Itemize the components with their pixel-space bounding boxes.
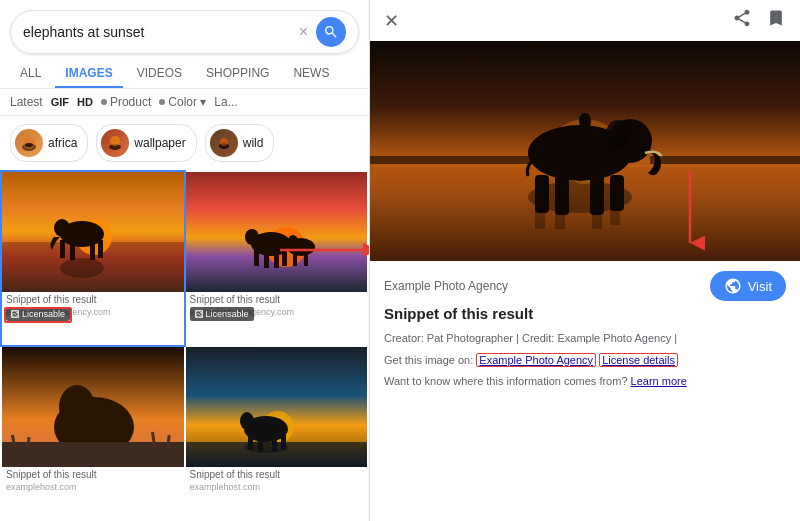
grid-image-4-svg (186, 347, 368, 467)
filter-latest[interactable]: Latest (10, 95, 43, 109)
chip-africa-label: africa (48, 136, 77, 150)
svg-point-26 (245, 229, 259, 245)
grid-image-2-svg (186, 172, 368, 292)
svg-line-18 (14, 313, 16, 315)
learn-more-link[interactable]: Learn more (631, 375, 687, 387)
image-icon-2 (195, 310, 203, 318)
chip-wild[interactable]: wild (205, 124, 275, 162)
image-grid: Licensable Snippet of this result exampl… (0, 170, 369, 521)
svg-point-72 (528, 181, 632, 213)
svg-rect-10 (60, 240, 65, 258)
meta-line-1: Creator: Pat Photographer | Credit: Exam… (384, 330, 786, 348)
svg-rect-78 (650, 156, 800, 164)
grid-item-2[interactable]: Licensable Snippet of this result exampl… (186, 172, 368, 345)
search-icon (323, 24, 339, 40)
agency-name: Example Photo Agency (384, 279, 508, 293)
right-top-bar: ✕ (370, 0, 800, 41)
globe-icon (724, 277, 742, 295)
share-svg-icon (732, 8, 752, 28)
filter-gif[interactable]: GIF (51, 96, 69, 108)
color-dot-icon (159, 99, 165, 105)
chip-wallpaper[interactable]: wallpaper (96, 124, 196, 162)
svg-rect-11 (70, 240, 75, 260)
svg-rect-28 (293, 252, 297, 266)
svg-rect-22 (254, 250, 259, 266)
svg-rect-77 (370, 156, 530, 164)
filter-color[interactable]: Color ▾ (159, 95, 206, 109)
grid-item-1[interactable]: Licensable Snippet of this result exampl… (2, 172, 184, 345)
svg-rect-76 (610, 209, 620, 225)
licensable-badge-1: Licensable (6, 307, 70, 321)
grid-caption-4: Snippet of this result (186, 467, 368, 482)
chip-wild-label: wild (243, 136, 264, 150)
svg-point-49 (240, 412, 254, 430)
meta-line-3: Want to know where this information come… (384, 373, 786, 391)
info-panel: Example Photo Agency Visit Snippet of th… (370, 261, 800, 521)
example-photo-agency-link[interactable]: Example Photo Agency (476, 353, 596, 367)
grid-source-3: examplehost.com (2, 482, 184, 496)
wild-thumb-icon (214, 133, 234, 153)
chip-wild-img (210, 129, 238, 157)
chip-africa[interactable]: africa (10, 124, 88, 162)
license-details-link[interactable]: License details (599, 353, 678, 367)
search-button[interactable] (316, 17, 346, 47)
filter-more[interactable]: La... (214, 95, 237, 109)
tab-all[interactable]: ALL (10, 60, 51, 88)
snippet-title: Snippet of this result (384, 305, 786, 322)
grid-image-1-svg (2, 172, 184, 292)
svg-point-34 (200, 312, 202, 314)
wallpaper-thumb-icon (105, 133, 125, 153)
hero-image-svg (370, 41, 800, 261)
svg-rect-25 (282, 250, 287, 266)
svg-point-37 (59, 385, 95, 429)
chip-africa-img (15, 129, 43, 157)
share-icon[interactable] (732, 8, 752, 33)
agency-row: Example Photo Agency Visit (384, 271, 786, 301)
filter-bar: Latest GIF HD Product Color ▾ La... (0, 89, 369, 116)
svg-rect-71 (582, 127, 588, 137)
grid-item-3[interactable]: Snippet of this result examplehost.com (2, 347, 184, 520)
grid-image-3-svg (2, 347, 184, 467)
left-panel: elephants at sunset × ALL IMAGES VIDEOS … (0, 0, 370, 521)
search-input[interactable]: elephants at sunset (23, 24, 299, 40)
tab-videos[interactable]: VIDEOS (127, 60, 192, 88)
svg-point-15 (60, 258, 104, 278)
tab-images[interactable]: IMAGES (55, 60, 122, 88)
svg-point-14 (54, 219, 70, 237)
right-top-icons (732, 8, 786, 33)
svg-point-6 (220, 138, 228, 146)
svg-point-30 (288, 235, 298, 247)
tab-news[interactable]: NEWS (283, 60, 339, 88)
svg-point-51 (244, 441, 288, 453)
svg-point-4 (110, 136, 120, 146)
svg-rect-13 (98, 240, 103, 258)
filter-product[interactable]: Product (101, 95, 151, 109)
search-bar: elephants at sunset × (10, 10, 359, 54)
svg-point-65 (606, 120, 630, 148)
grid-source-4: examplehost.com (186, 482, 368, 496)
chip-wallpaper-img (101, 129, 129, 157)
svg-line-33 (198, 313, 200, 315)
svg-rect-74 (555, 211, 565, 229)
bookmark-svg-icon (766, 8, 786, 28)
svg-point-70 (579, 113, 591, 129)
licensable-badge-2: Licensable (190, 307, 254, 321)
visit-button[interactable]: Visit (710, 271, 786, 301)
clear-button[interactable]: × (299, 23, 308, 41)
bookmark-icon[interactable] (766, 8, 786, 33)
dot-icon (101, 99, 107, 105)
africa-thumb-icon (19, 133, 39, 153)
filter-hd[interactable]: HD (77, 96, 93, 108)
nav-tabs: ALL IMAGES VIDEOS SHOPPING NEWS (0, 60, 369, 89)
svg-rect-29 (304, 252, 308, 266)
svg-rect-75 (592, 211, 602, 229)
grid-caption-2: Snippet of this result (186, 292, 368, 307)
grid-item-4[interactable]: Snippet of this result examplehost.com (186, 347, 368, 520)
tab-shopping[interactable]: SHOPPING (196, 60, 279, 88)
grid-caption-3: Snippet of this result (2, 467, 184, 482)
svg-point-2 (25, 143, 33, 147)
svg-point-19 (16, 312, 18, 314)
close-icon[interactable]: ✕ (384, 10, 399, 32)
meta-line-2: Get this image on: Example Photo Agency … (384, 352, 786, 370)
svg-rect-73 (535, 209, 545, 229)
